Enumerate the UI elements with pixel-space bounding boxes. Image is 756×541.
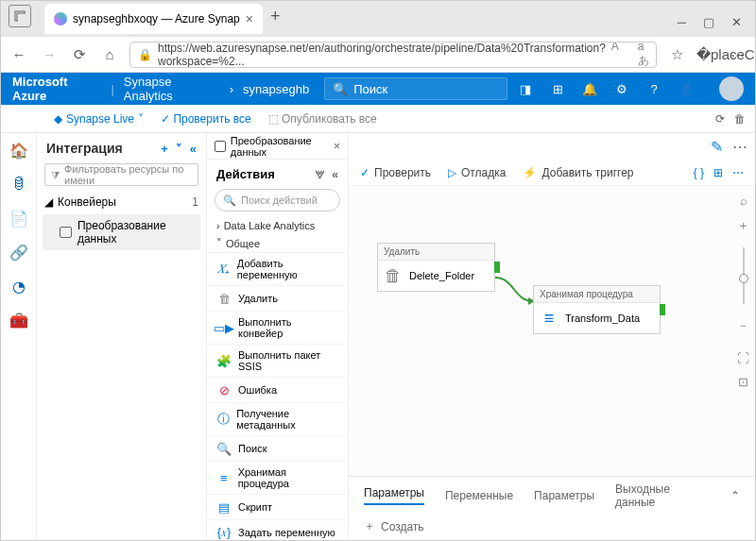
pipeline-canvas[interactable]: Удалить 🗑 Delete_Folder Хранимая процеду…: [349, 186, 755, 476]
favorite-icon[interactable]: ☆: [666, 46, 687, 63]
chevron-double-icon[interactable]: ⩔: [315, 168, 326, 181]
azure-brand[interactable]: Microsoft Azure: [12, 75, 101, 103]
zoom-slider[interactable]: [743, 247, 745, 304]
window-close-icon[interactable]: ✕: [731, 15, 742, 29]
activity-lookup[interactable]: 🔍Поиск: [207, 435, 348, 461]
activity-add-variable[interactable]: 𝑋₊Добавить переменную: [207, 252, 348, 285]
expand-panel-icon[interactable]: ⌃: [730, 489, 740, 502]
chevron-down-icon[interactable]: ˅: [176, 142, 182, 156]
validate-all-button[interactable]: ✓ Проверить все: [161, 112, 251, 126]
activities-title: Действия: [216, 167, 275, 181]
editor-tab[interactable]: Преобразование данных ×: [207, 133, 348, 160]
close-tab-icon[interactable]: ×: [334, 140, 340, 153]
translate-icon[interactable]: aあ: [638, 42, 649, 68]
pipeline-icon: [60, 227, 72, 238]
plus-icon: ＋: [364, 518, 375, 534]
person-icon[interactable]: 👤: [678, 82, 695, 96]
pipeline-item[interactable]: Преобразование данных: [43, 214, 200, 250]
search-icon: 🔍: [333, 82, 348, 96]
reader-icon[interactable]: A⁀: [611, 42, 628, 68]
back-icon[interactable]: ←: [9, 46, 29, 62]
properties-icon[interactable]: ✎: [711, 138, 723, 156]
pan-icon[interactable]: ⌕: [740, 194, 747, 208]
rail-data-icon[interactable]: 🛢: [9, 175, 28, 194]
canvas-more-icon[interactable]: ⋯: [732, 166, 744, 179]
new-tab-button[interactable]: +: [270, 7, 281, 26]
output-connector[interactable]: [494, 262, 500, 273]
window-maximize-icon[interactable]: ▢: [703, 15, 714, 29]
output-connector[interactable]: [660, 304, 665, 315]
browser-tab[interactable]: synapseghbxoqy — Azure Synap ×: [44, 4, 263, 34]
trash-icon: 🗑: [384, 266, 403, 285]
group-dla[interactable]: › Data Lake Analytics: [207, 217, 348, 234]
tab-settings[interactable]: Параметры: [534, 489, 594, 502]
filter-input[interactable]: ⧩ Фильтровать ресурсы по имени: [44, 163, 198, 186]
validate-button[interactable]: ✓Проверить: [360, 166, 431, 179]
breadcrumb-workspace[interactable]: synapseghb: [243, 82, 309, 96]
tab-parameters[interactable]: Параметры: [364, 486, 424, 505]
rail-integrate-icon[interactable]: 🔗: [9, 243, 28, 262]
home-icon[interactable]: ⌂: [99, 46, 120, 62]
feedback-icon[interactable]: ◨: [517, 82, 534, 96]
settings-icon[interactable]: ⚙: [613, 82, 630, 96]
tasks-icon[interactable]: ⊞: [549, 82, 566, 96]
debug-button[interactable]: ▷Отладка: [448, 166, 506, 179]
rail-monitor-icon[interactable]: ◔: [9, 277, 28, 296]
sproc-icon: ≡: [540, 309, 558, 328]
node-delete-folder[interactable]: Удалить 🗑 Delete_Folder: [377, 243, 495, 292]
activity-execute-ssis[interactable]: 🧩Выполнить пакет SSIS: [207, 344, 348, 377]
collapse-activities-icon[interactable]: «: [332, 168, 338, 181]
create-parameter-button[interactable]: ＋ Создать: [364, 509, 740, 534]
favicon-icon: [54, 12, 67, 25]
forward-icon: →: [39, 46, 60, 62]
search-placeholder: Поиск: [353, 82, 387, 96]
layout-icon[interactable]: ⊡: [738, 375, 748, 389]
synapse-live[interactable]: ◆ Synapse Live ˅: [54, 112, 144, 126]
left-rail: 🏠 🛢 📄 🔗 ◔ 🧰: [1, 133, 37, 541]
pipelines-group[interactable]: ◢ Конвейеры 1: [43, 192, 200, 212]
tabs-icon[interactable]: [9, 5, 31, 27]
activity-get-metadata[interactable]: ⓘПолучение метаданных: [207, 402, 348, 435]
publish-all-button[interactable]: ⬚ Опубликовать все: [268, 112, 377, 126]
activity-execute-pipeline[interactable]: ▭▶Выполнить конвейер: [207, 311, 348, 344]
notifications-icon[interactable]: 🔔: [581, 82, 598, 96]
zoom-out-icon[interactable]: －: [737, 317, 749, 334]
address-bar[interactable]: 🔒 https://web.azuresynapse.net/en/author…: [129, 42, 657, 68]
activity-stored-procedure[interactable]: ≡Хранимая процедура: [207, 461, 348, 494]
tab-variables[interactable]: Переменные: [445, 489, 513, 502]
rail-home-icon[interactable]: 🏠: [9, 141, 28, 160]
global-search[interactable]: 🔍 Поиск: [324, 77, 507, 100]
data-flow-icon[interactable]: ⊞: [713, 166, 723, 179]
tab-output[interactable]: Выходные данные: [615, 482, 710, 509]
collapse-panel-icon[interactable]: «: [190, 142, 197, 156]
tab-title: synapseghbxoqy — Azure Synap: [73, 12, 240, 25]
activity-set-variable[interactable]: {𝑥}Задать переменную: [207, 519, 348, 541]
avatar[interactable]: [719, 76, 744, 101]
count-badge: 1: [192, 195, 198, 209]
add-trigger-button[interactable]: ⚡Добавить триггер: [523, 166, 633, 179]
collections-icon[interactable]: �placeContent: [696, 46, 717, 63]
activity-script[interactable]: ▤Скрипт: [207, 494, 348, 519]
rail-develop-icon[interactable]: 📄: [9, 209, 28, 228]
activity-search[interactable]: 🔍 Поиск действий: [215, 189, 340, 211]
more-icon[interactable]: ⋯: [732, 138, 747, 156]
rail-manage-icon[interactable]: 🧰: [9, 311, 28, 330]
zoom-in-icon[interactable]: ＋: [737, 217, 749, 234]
activity-fail[interactable]: ⊘Ошибка: [207, 377, 348, 402]
fit-icon[interactable]: ⛶: [737, 351, 749, 365]
activity-delete[interactable]: 🗑Удалить: [207, 285, 348, 311]
tab-close-icon[interactable]: ×: [246, 11, 253, 26]
pipeline-icon: [215, 141, 226, 152]
group-general[interactable]: ˅ Общее: [207, 234, 348, 252]
help-icon[interactable]: ?: [645, 82, 662, 96]
menu-icon[interactable]: ⋯: [727, 46, 747, 63]
node-transform-data[interactable]: Хранимая процедура ≡ Transform_Data: [533, 285, 661, 334]
window-minimize-icon[interactable]: ─: [678, 15, 686, 29]
add-resource-icon[interactable]: +: [161, 142, 168, 156]
refresh-workspace-icon[interactable]: ⟳: [715, 112, 725, 126]
code-icon[interactable]: { }: [694, 166, 704, 179]
discard-icon[interactable]: 🗑: [734, 112, 746, 126]
refresh-icon[interactable]: ⟳: [69, 46, 90, 63]
breadcrumb-product[interactable]: Synapse Analytics: [124, 75, 220, 103]
svg-rect-1: [17, 13, 26, 22]
